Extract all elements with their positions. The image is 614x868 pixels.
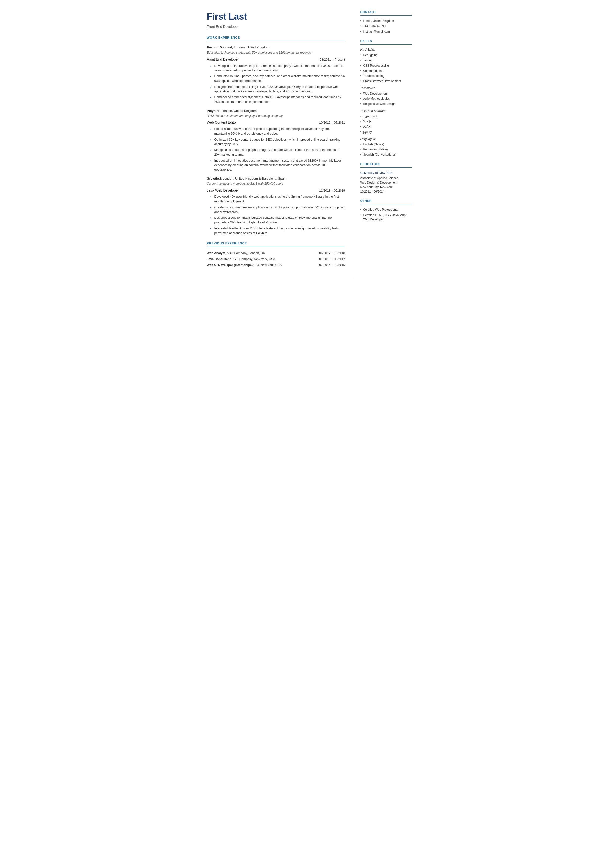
skills-list: DebuggingTestingCSS PreprocessingCommand…: [360, 53, 412, 83]
previous-experience-heading: PREVIOUS EXPERIENCE: [207, 241, 345, 247]
skill-item: Vue.js: [360, 119, 412, 124]
bullet-item: Edited numerous web content pieces suppo…: [211, 127, 345, 136]
bullet-item: Developed an interactive map for a real …: [211, 64, 345, 73]
employer-block: Growthsi, London, United Kingdom & Barce…: [207, 176, 345, 236]
prev-exp-row: Web Analyst, ABC Company, London, UK06/2…: [207, 251, 345, 256]
bullet-item: Introduced an innovative document manage…: [211, 158, 345, 172]
bullet-item: Optimized 30+ key content pages for SEO …: [211, 137, 345, 147]
skills-category-label: Techniques:: [360, 86, 412, 90]
bullet-item: Conducted routine updates, security patc…: [211, 74, 345, 83]
skill-item: English (Native): [360, 142, 412, 146]
prev-exp-left: Web Analyst, ABC Company, London, UK: [207, 251, 265, 256]
skill-item: Debugging: [360, 53, 412, 57]
bullet-item: Created a document review application fo…: [211, 205, 345, 214]
bullet-item: Manipulated textual and graphic imagery …: [211, 148, 345, 157]
bullet-item: Designed a solution that integrated soft…: [211, 216, 345, 225]
edu-field: Web Design & Development: [360, 180, 412, 185]
skills-category-label: Languages:: [360, 137, 412, 141]
job-row: Java Web Developer11/2018 – 09/2019: [207, 188, 345, 193]
other-heading: OTHER: [360, 199, 412, 204]
skill-item: TypeScript: [360, 114, 412, 118]
employers-container: Resume Worded, London, United KingdomEdu…: [207, 45, 345, 235]
bullet-list: Developed an interactive map for a real …: [207, 64, 345, 104]
edu-city: New York City, New York: [360, 185, 412, 189]
skill-item: Responsive Web Design: [360, 102, 412, 106]
job-title-text: Java Web Developer: [207, 188, 239, 193]
employer-location: London, United Kingdom: [233, 45, 269, 49]
contact-item: Leeds, United Kingdom: [360, 19, 412, 23]
job-title-text: Front End Developer: [207, 57, 239, 62]
work-experience-heading: WORK EXPERIENCE: [207, 36, 345, 41]
skills-list: English (Native)Romanian (Native)Spanish…: [360, 142, 412, 157]
job-dates: 08/2021 – Present: [320, 57, 345, 62]
other-item: Certified HTML, CSS, JavaScript Web Deve…: [360, 213, 412, 222]
skills-category-label: Tools and Software:: [360, 109, 412, 113]
employer-location: London, United Kingdom: [220, 109, 257, 113]
right-column: CONTACT Leeds, United Kingdom+44 1234567…: [354, 0, 419, 279]
skills-heading: SKILLS: [360, 39, 412, 45]
bullet-item: Integrated feedback from 2100+ beta test…: [211, 226, 345, 236]
edu-degree: Associate of Applied Science: [360, 176, 412, 180]
contact-item: +44 1234567890: [360, 24, 412, 28]
resume-page: First Last Front End Developer WORK EXPE…: [196, 0, 419, 279]
edu-dates: 10/2011 - 06/2014: [360, 189, 412, 194]
skills-container: Hard Skills:DebuggingTestingCSS Preproce…: [360, 48, 412, 157]
prev-exp-row: Java Consultant, XYZ Company, New York, …: [207, 257, 345, 262]
prev-exp-dates: 06/2017 – 10/2018: [319, 251, 345, 256]
previous-experience-container: Web Analyst, ABC Company, London, UK06/2…: [207, 251, 345, 267]
employer-block: Polyhire, London, United KingdomNYSE-lis…: [207, 109, 345, 172]
job-title-text: Web Content Editor: [207, 120, 237, 125]
prev-exp-left: Java Consultant, XYZ Company, New York, …: [207, 257, 275, 262]
education-heading: EDUCATION: [360, 162, 412, 168]
employer-desc: NYSE-listed recruitment and employer bra…: [207, 113, 345, 118]
skill-item: Testing: [360, 58, 412, 63]
other-list: Certified Web ProfessionalCertified HTML…: [360, 207, 412, 222]
contact-list: Leeds, United Kingdom+44 1234567890first…: [360, 19, 412, 34]
skill-item: jQuery: [360, 130, 412, 134]
full-name: First Last: [207, 10, 345, 23]
education-entry: University of New York Associate of Appl…: [360, 171, 412, 194]
other-item: Certified Web Professional: [360, 207, 412, 212]
bullet-list: Developed 40+ user-friendly web applicat…: [207, 194, 345, 235]
skill-item: CSS Preprocessing: [360, 63, 412, 68]
bullet-item: Designed front-end code using HTML, CSS,…: [211, 85, 345, 94]
employer-header: Resume Worded, London, United Kingdom: [207, 45, 345, 50]
skill-item: Cross-Browser Development: [360, 79, 412, 83]
employer-header: Growthsi, London, United Kingdom & Barce…: [207, 176, 345, 181]
job-title: Front End Developer: [207, 24, 345, 30]
skill-item: Spanish (Conversational): [360, 152, 412, 157]
education-container: University of New York Associate of Appl…: [360, 171, 412, 194]
employer-block: Resume Worded, London, United KingdomEdu…: [207, 45, 345, 104]
job-dates: 10/2019 – 07/2021: [319, 121, 345, 125]
prev-exp-row: Web UI Developer (Internship), ABC, New …: [207, 263, 345, 267]
skill-item: Romanian (Native): [360, 147, 412, 152]
job-dates: 11/2018 – 09/2019: [319, 188, 345, 193]
employer-location: London, United Kingdom & Barcelona, Spai…: [222, 177, 286, 180]
skill-item: Command Line: [360, 68, 412, 73]
employer-desc: Career training and membership SaaS with…: [207, 182, 345, 186]
employer-name: Polyhire,: [207, 109, 220, 113]
prev-exp-dates: 01/2016 – 05/2017: [319, 257, 345, 262]
employer-desc: Education technology startup with 50+ em…: [207, 50, 345, 55]
employer-name: Growthsi,: [207, 177, 222, 180]
skills-list: Web DevelopmentAgile MethodologiesRespon…: [360, 91, 412, 106]
skill-item: Troubleshooting: [360, 74, 412, 78]
job-row: Web Content Editor10/2019 – 07/2021: [207, 120, 345, 125]
bullet-list: Edited numerous web content pieces suppo…: [207, 127, 345, 172]
skill-item: Web Development: [360, 91, 412, 96]
contact-heading: CONTACT: [360, 10, 412, 16]
employer-name: Resume Worded,: [207, 45, 233, 49]
left-column: First Last Front End Developer WORK EXPE…: [196, 0, 354, 279]
prev-exp-left: Web UI Developer (Internship), ABC, New …: [207, 263, 282, 267]
edu-school: University of New York: [360, 171, 412, 175]
bullet-item: Hand-coded embedded stylesheets into 10+…: [211, 95, 345, 104]
bullet-item: Developed 40+ user-friendly web applicat…: [211, 194, 345, 204]
skills-category-label: Hard Skills:: [360, 48, 412, 52]
employer-header: Polyhire, London, United Kingdom: [207, 109, 345, 113]
job-row: Front End Developer08/2021 – Present: [207, 57, 345, 62]
skills-list: TypeScriptVue.jsAJAXjQuery: [360, 114, 412, 134]
contact-item: first.last@gmail.com: [360, 30, 412, 34]
skill-item: AJAX: [360, 124, 412, 129]
prev-exp-dates: 07/2014 – 12/2015: [319, 263, 345, 267]
skill-item: Agile Methodologies: [360, 96, 412, 101]
